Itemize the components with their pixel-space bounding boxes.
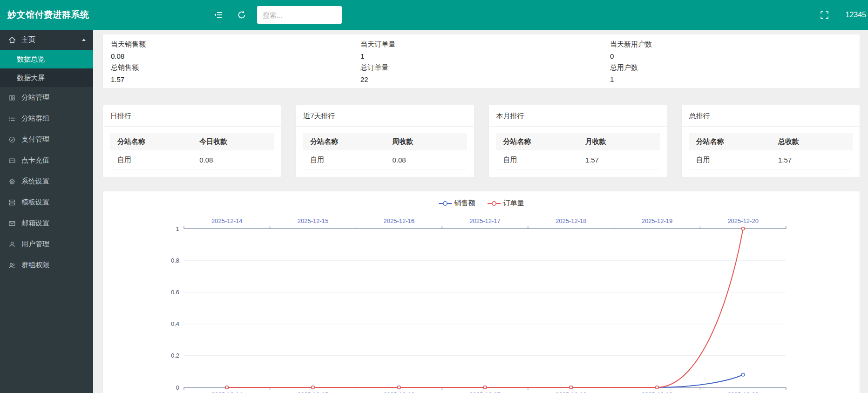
stat-value: 1 bbox=[360, 52, 610, 60]
stat-total-users: 总用户数 1 bbox=[610, 63, 860, 87]
sidebar-item-label: 群组权限 bbox=[21, 261, 49, 270]
stat-label: 当天订单量 bbox=[360, 40, 610, 49]
cell-site-name: 自用 bbox=[110, 150, 192, 170]
column-header: 周收款 bbox=[385, 133, 467, 150]
rank-card-daily: 日排行 分站名称 今日收款 自用 0.08 bbox=[103, 105, 281, 177]
column-header: 分站名称 bbox=[303, 133, 385, 150]
table-header-row: 分站名称 周收款 bbox=[303, 133, 467, 150]
card-title: 近7天排行 bbox=[296, 105, 474, 127]
svg-text:2025-12-20: 2025-12-20 bbox=[727, 217, 759, 224]
sidebar-item-email-settings[interactable]: 邮箱设置 bbox=[0, 213, 93, 234]
sidebar: 主页 数据总览 数据大屏 分站管理 分站群组 支付管理 点卡充值 系统设置 bbox=[0, 30, 93, 393]
legend-label: 订单量 bbox=[503, 199, 524, 208]
app-title: 妙文馆付费进群系统 bbox=[0, 9, 93, 21]
stat-value: 0 bbox=[610, 52, 860, 60]
fullscreen-icon[interactable] bbox=[817, 7, 833, 23]
legend-item-1[interactable]: 订单量 bbox=[488, 199, 524, 208]
table-row: 自用 1.57 bbox=[496, 150, 660, 170]
home-icon bbox=[8, 36, 17, 44]
card-title: 本月排行 bbox=[489, 105, 667, 127]
svg-text:2025-12-17: 2025-12-17 bbox=[469, 391, 501, 393]
sidebar-item-card-recharge[interactable]: 点卡充值 bbox=[0, 150, 93, 171]
top-bar: 妙文馆付费进群系统 12345 bbox=[0, 0, 868, 30]
collapse-menu-glyph bbox=[214, 10, 223, 20]
list-icon bbox=[8, 115, 17, 122]
cell-amount: 0.08 bbox=[385, 150, 467, 170]
collapse-menu-icon[interactable] bbox=[210, 7, 226, 23]
svg-text:2025-12-18: 2025-12-18 bbox=[556, 391, 587, 393]
sidebar-item-system-settings[interactable]: 系统设置 bbox=[0, 171, 93, 192]
svg-text:2025-12-19: 2025-12-19 bbox=[642, 391, 673, 393]
sidebar-item-label: 邮箱设置 bbox=[21, 219, 49, 228]
column-header: 今日收款 bbox=[192, 133, 274, 150]
rank-card-month: 本月排行 分站名称 月收款 自用 1.57 bbox=[489, 105, 667, 177]
sidebar-item-label: 分站群组 bbox=[21, 114, 49, 123]
stat-label: 总用户数 bbox=[610, 63, 860, 72]
svg-text:2025-12-14: 2025-12-14 bbox=[211, 391, 243, 393]
main-content: 当天销售额 0.08 当天订单量 1 当天新用户数 0 总销售额 1.57 总订… bbox=[93, 30, 868, 393]
sidebar-item-template-settings[interactable]: 模板设置 bbox=[0, 192, 93, 213]
svg-text:2025-12-18: 2025-12-18 bbox=[556, 217, 587, 224]
rank-table: 分站名称 今日收款 自用 0.08 bbox=[110, 133, 274, 170]
user-id[interactable]: 12345 bbox=[846, 11, 868, 19]
sidebar-item-data-screen[interactable]: 数据大屏 bbox=[0, 68, 93, 87]
cell-site-name: 自用 bbox=[303, 150, 385, 170]
sidebar-item-user-management[interactable]: 用户管理 bbox=[0, 234, 93, 255]
search-input[interactable] bbox=[257, 6, 342, 24]
sidebar-item-label: 支付管理 bbox=[21, 135, 49, 144]
mail-icon bbox=[8, 220, 17, 227]
sidebar-item-label: 模板设置 bbox=[21, 198, 49, 207]
stat-total-orders: 总订单量 22 bbox=[360, 63, 610, 87]
sidebar-item-label: 用户管理 bbox=[21, 240, 49, 249]
chart-legend: 销售额订单量 bbox=[103, 199, 860, 208]
sidebar-item-substation-management[interactable]: 分站管理 bbox=[0, 87, 93, 108]
stat-value: 1 bbox=[610, 75, 860, 83]
sidebar-item-home[interactable]: 主页 bbox=[0, 30, 93, 50]
stat-value: 22 bbox=[360, 75, 610, 83]
svg-text:1: 1 bbox=[176, 225, 179, 232]
card-title: 总排行 bbox=[682, 105, 860, 127]
refresh-icon[interactable] bbox=[234, 7, 250, 23]
chart-card: 销售额订单量 2025-12-142025-12-142025-12-15202… bbox=[103, 191, 860, 393]
stat-label: 当天销售额 bbox=[111, 40, 360, 49]
stat-today-sales: 当天销售额 0.08 bbox=[111, 40, 360, 63]
stat-today-orders: 当天订单量 1 bbox=[360, 40, 610, 63]
legend-item-0[interactable]: 销售额 bbox=[439, 199, 475, 208]
svg-text:2025-12-15: 2025-12-15 bbox=[298, 217, 329, 224]
users-icon bbox=[8, 262, 17, 269]
credit-card-icon bbox=[8, 157, 17, 164]
sidebar-item-substation-groups[interactable]: 分站群组 bbox=[0, 108, 93, 129]
template-icon bbox=[8, 199, 17, 206]
cell-amount: 1.57 bbox=[578, 150, 660, 170]
sidebar-item-data-overview[interactable]: 数据总览 bbox=[0, 50, 93, 68]
stat-label: 当天新用户数 bbox=[610, 40, 860, 49]
rank-card-7days: 近7天排行 分站名称 周收款 自用 0.08 bbox=[296, 105, 474, 177]
table-row: 自用 0.08 bbox=[303, 150, 467, 170]
table-header-row: 分站名称 月收款 bbox=[496, 133, 660, 150]
chevron-up-icon bbox=[82, 39, 86, 41]
column-header: 分站名称 bbox=[110, 133, 192, 150]
table-row: 自用 0.08 bbox=[110, 150, 274, 170]
sidebar-item-group-permissions[interactable]: 群组权限 bbox=[0, 255, 93, 276]
refresh-glyph bbox=[237, 10, 246, 20]
sidebar-item-label: 分站管理 bbox=[21, 93, 49, 102]
sales-orders-chart[interactable]: 2025-12-142025-12-142025-12-152025-12-15… bbox=[103, 191, 860, 393]
svg-text:2025-12-14: 2025-12-14 bbox=[211, 217, 243, 224]
rank-card-total: 总排行 分站名称 总收款 自用 1.57 bbox=[682, 105, 860, 177]
table-row: 自用 1.57 bbox=[689, 150, 853, 170]
table-header-row: 分站名称 今日收款 bbox=[110, 133, 274, 150]
user-icon bbox=[8, 241, 17, 248]
rank-table: 分站名称 月收款 自用 1.57 bbox=[496, 133, 660, 170]
sidebar-item-payment-management[interactable]: 支付管理 bbox=[0, 129, 93, 150]
svg-text:0: 0 bbox=[176, 384, 179, 391]
svg-text:0.2: 0.2 bbox=[171, 352, 179, 359]
legend-label: 销售额 bbox=[454, 199, 475, 208]
stat-total-sales: 总销售额 1.57 bbox=[111, 63, 360, 87]
cell-amount: 1.57 bbox=[771, 150, 853, 170]
svg-text:2025-12-17: 2025-12-17 bbox=[469, 217, 501, 224]
sidebar-item-label: 点卡充值 bbox=[21, 156, 49, 165]
sidebar-item-label: 主页 bbox=[21, 35, 35, 44]
cell-site-name: 自用 bbox=[496, 150, 578, 170]
legend-marker bbox=[439, 200, 452, 207]
fullscreen-glyph bbox=[820, 10, 829, 20]
